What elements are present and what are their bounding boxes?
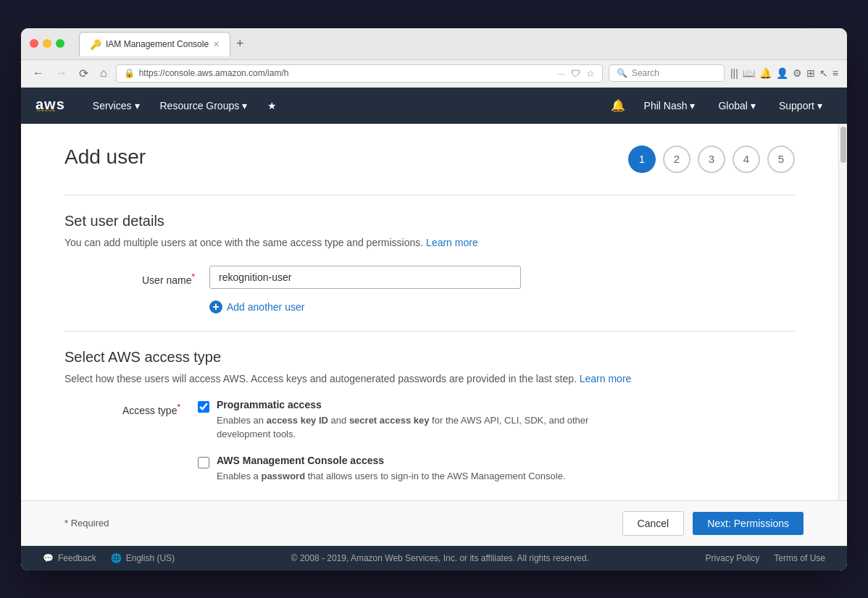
extensions-icon[interactable]: ⚙	[793, 67, 802, 79]
programmatic-access-title: Programmatic access	[217, 399, 593, 410]
tab-close-icon[interactable]: ✕	[213, 40, 220, 49]
copyright-text: © 2008 - 2019, Amazon Web Services, Inc.…	[291, 553, 589, 563]
add-another-user-label: Add another user	[227, 301, 304, 313]
menu-icon[interactable]: ≡	[832, 67, 838, 79]
support-chevron-icon: ▾	[817, 100, 822, 111]
step-5[interactable]: 5	[767, 146, 795, 173]
address-icons: ··· 🛡 ☆	[557, 68, 595, 79]
home-button[interactable]: ⌂	[97, 65, 110, 81]
access-type-learn-more[interactable]: Learn more	[580, 373, 632, 384]
feedback-label: Feedback	[58, 553, 96, 563]
resource-groups-chevron-icon: ▾	[242, 100, 247, 111]
programmatic-access-checkbox[interactable]	[198, 401, 209, 413]
search-bar[interactable]: 🔍 Search	[609, 64, 725, 82]
scrollbar[interactable]	[838, 124, 847, 500]
maximize-button[interactable]	[56, 39, 64, 48]
shield-icon: 🛡	[571, 68, 580, 79]
feedback-icon: 💬	[43, 553, 54, 563]
support-label: Support	[779, 100, 814, 111]
address-text: https://console.aws.amazon.com/iam/h	[139, 68, 553, 78]
globe-icon: 🌐	[111, 553, 122, 563]
bottom-left: 💬 Feedback 🌐 English (US)	[43, 553, 175, 563]
nav-right: 🔔 Phil Nash ▾ Global ▾ Support ▾	[605, 88, 832, 124]
console-access-content: AWS Management Console access Enables a …	[217, 455, 566, 484]
services-label: Services	[93, 100, 132, 111]
required-note: * Required	[64, 518, 109, 528]
back-button[interactable]: ←	[30, 65, 47, 81]
add-another-user-link[interactable]: + Add another user	[209, 300, 795, 313]
set-user-details-title: Set user details	[64, 213, 795, 229]
cursor-icon[interactable]: ↖	[819, 67, 828, 79]
privacy-policy-link[interactable]: Privacy Policy	[706, 553, 760, 563]
profile-icon[interactable]: 👤	[776, 67, 788, 79]
browser-tab[interactable]: 🔑 IAM Management Console ✕	[79, 32, 230, 56]
refresh-button[interactable]: ⟳	[76, 65, 91, 82]
address-bar[interactable]: 🔒 https://console.aws.amazon.com/iam/h ·…	[116, 64, 603, 83]
forward-button[interactable]: →	[53, 65, 70, 81]
bottom-right: Privacy Policy Terms of Use	[706, 553, 825, 563]
user-name: Phil Nash	[644, 100, 688, 111]
user-name-input[interactable]	[209, 266, 521, 289]
console-access-option: AWS Management Console access Enables a …	[198, 455, 593, 484]
console-access-title: AWS Management Console access	[217, 455, 566, 466]
notification-icon[interactable]: 🔔	[759, 67, 772, 79]
title-bar: 🔑 IAM Management Console ✕ +	[21, 28, 847, 60]
search-placeholder: Search	[632, 68, 659, 78]
resource-groups-nav-item[interactable]: Resource Groups ▾	[150, 88, 258, 124]
more-icon: ···	[557, 68, 565, 79]
language-link[interactable]: 🌐 English (US)	[111, 553, 175, 563]
bookmarks-icon[interactable]: |||	[730, 67, 738, 79]
step-wizard: 1 2 3 4 5	[628, 146, 795, 173]
region-label: Global	[718, 100, 747, 111]
programmatic-access-option: Programmatic access Enables an access ke…	[198, 399, 593, 442]
step-1[interactable]: 1	[628, 146, 656, 173]
feedback-link[interactable]: 💬 Feedback	[43, 553, 96, 563]
tab-favicon-icon: 🔑	[90, 39, 101, 50]
step-3[interactable]: 3	[698, 146, 725, 173]
scroll-thumb[interactable]	[840, 127, 846, 163]
console-access-checkbox[interactable]	[198, 457, 209, 468]
next-permissions-button[interactable]: Next: Permissions	[693, 512, 804, 535]
access-options: Programmatic access Enables an access ke…	[198, 399, 593, 484]
aws-logo[interactable]: aws ~~~~~	[36, 96, 65, 114]
close-button[interactable]	[30, 39, 38, 48]
terms-of-use-link[interactable]: Terms of Use	[774, 553, 825, 563]
cancel-button[interactable]: Cancel	[622, 511, 685, 536]
browser-bar: ← → ⟳ ⌂ 🔒 https://console.aws.amazon.com…	[21, 60, 847, 88]
step-2[interactable]: 2	[663, 146, 690, 173]
search-icon: 🔍	[617, 68, 627, 78]
bookmarks-star-icon: ★	[267, 100, 277, 111]
user-name-row: User name*	[64, 266, 795, 289]
grid-icon[interactable]: ⊞	[806, 67, 815, 79]
access-type-title: Select AWS access type	[64, 349, 795, 366]
user-chevron-icon: ▾	[690, 100, 695, 111]
bookmarks-nav-item[interactable]: ★	[257, 88, 287, 124]
reader-icon[interactable]: 📖	[743, 67, 755, 79]
access-type-section: Select AWS access type Select how these …	[64, 331, 795, 484]
console-access-desc: Enables a password that allows users to …	[217, 469, 566, 484]
region-chevron-icon: ▾	[751, 100, 756, 111]
new-tab-button[interactable]: +	[230, 36, 250, 51]
services-chevron-icon: ▾	[135, 100, 140, 111]
set-user-details-section: Set user details You can add multiple us…	[64, 195, 795, 313]
aws-nav: aws ~~~~~ Services ▾ Resource Groups ▾ ★…	[21, 88, 847, 124]
set-user-details-learn-more[interactable]: Learn more	[426, 237, 478, 248]
step-4[interactable]: 4	[733, 146, 760, 173]
minimize-button[interactable]	[43, 39, 51, 48]
support-nav-item[interactable]: Support ▾	[769, 88, 832, 124]
user-nav-item[interactable]: Phil Nash ▾	[634, 88, 706, 124]
bell-icon[interactable]: 🔔	[605, 88, 631, 124]
set-user-details-desc: You can add multiple users at once with …	[64, 237, 795, 248]
browser-toolbar: ||| 📖 🔔 👤 ⚙ ⊞ ↖ ≡	[730, 67, 838, 79]
star-icon: ☆	[586, 68, 595, 79]
bottom-bar: 💬 Feedback 🌐 English (US) © 2008 - 2019,…	[21, 546, 847, 570]
add-icon: +	[209, 300, 222, 313]
user-name-label: User name*	[64, 266, 209, 286]
resource-groups-label: Resource Groups	[160, 100, 240, 111]
page-title: Add user	[64, 146, 146, 169]
services-nav-item[interactable]: Services ▾	[83, 88, 150, 124]
programmatic-access-desc: Enables an access key ID and secret acce…	[217, 413, 593, 442]
footer-bar: * Required Cancel Next: Permissions	[21, 500, 847, 546]
main-content: Add user 1 2 3 4 5	[21, 124, 838, 500]
region-nav-item[interactable]: Global ▾	[708, 88, 765, 124]
